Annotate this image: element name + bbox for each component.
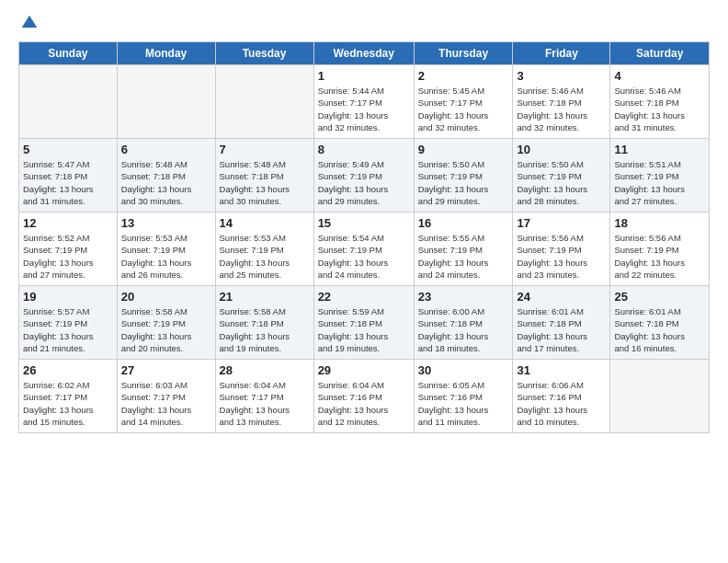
calendar-cell: 3Sunrise: 5:46 AM Sunset: 7:18 PM Daylig… — [513, 65, 610, 139]
day-number: 11 — [614, 143, 705, 156]
calendar: Sunday Monday Tuesday Wednesday Thursday… — [18, 41, 710, 433]
col-saturday: Saturday — [610, 42, 710, 65]
day-number: 14 — [220, 216, 310, 230]
calendar-week-2: 5Sunrise: 5:47 AM Sunset: 7:18 PM Daylig… — [19, 139, 710, 213]
calendar-cell — [610, 360, 710, 433]
calendar-cell: 26Sunrise: 6:02 AM Sunset: 7:17 PM Dayli… — [19, 360, 118, 433]
day-info: Sunrise: 5:56 AM Sunset: 7:19 PM Dayligh… — [614, 232, 705, 281]
day-number: 28 — [220, 363, 310, 377]
day-info: Sunrise: 5:58 AM Sunset: 7:18 PM Dayligh… — [220, 305, 310, 354]
day-info: Sunrise: 5:46 AM Sunset: 7:18 PM Dayligh… — [614, 85, 705, 133]
day-info: Sunrise: 5:56 AM Sunset: 7:19 PM Dayligh… — [517, 232, 606, 281]
day-info: Sunrise: 6:05 AM Sunset: 7:16 PM Dayligh… — [418, 379, 509, 428]
header — [18, 14, 710, 32]
calendar-cell: 27Sunrise: 6:03 AM Sunset: 7:17 PM Dayli… — [117, 360, 215, 433]
day-info: Sunrise: 6:06 AM Sunset: 7:16 PM Dayligh… — [517, 379, 606, 428]
day-number: 6 — [121, 143, 211, 156]
day-info: Sunrise: 6:02 AM Sunset: 7:17 PM Dayligh… — [23, 379, 113, 428]
col-thursday: Thursday — [414, 42, 513, 65]
day-info: Sunrise: 5:55 AM Sunset: 7:19 PM Dayligh… — [418, 232, 509, 281]
day-number: 26 — [23, 363, 113, 377]
day-number: 12 — [23, 216, 113, 230]
day-number: 30 — [418, 363, 509, 377]
calendar-cell: 21Sunrise: 5:58 AM Sunset: 7:18 PM Dayli… — [215, 286, 313, 360]
day-number: 31 — [517, 363, 606, 377]
calendar-header-row: Sunday Monday Tuesday Wednesday Thursday… — [19, 42, 710, 65]
calendar-cell: 19Sunrise: 5:57 AM Sunset: 7:19 PM Dayli… — [19, 286, 118, 360]
day-number: 17 — [517, 216, 606, 230]
col-sunday: Sunday — [19, 42, 118, 65]
col-friday: Friday — [513, 42, 610, 65]
day-info: Sunrise: 5:58 AM Sunset: 7:19 PM Dayligh… — [121, 305, 211, 354]
day-number: 29 — [318, 363, 410, 377]
day-info: Sunrise: 5:50 AM Sunset: 7:19 PM Dayligh… — [517, 158, 606, 207]
calendar-week-4: 19Sunrise: 5:57 AM Sunset: 7:19 PM Dayli… — [19, 286, 710, 360]
calendar-cell: 29Sunrise: 6:04 AM Sunset: 7:16 PM Dayli… — [313, 360, 414, 433]
day-info: Sunrise: 6:00 AM Sunset: 7:18 PM Dayligh… — [418, 305, 509, 354]
day-number: 18 — [614, 216, 705, 230]
day-number: 25 — [614, 290, 705, 304]
calendar-cell: 22Sunrise: 5:59 AM Sunset: 7:18 PM Dayli… — [313, 286, 414, 360]
day-number: 21 — [220, 290, 310, 304]
day-number: 7 — [220, 143, 310, 156]
calendar-week-5: 26Sunrise: 6:02 AM Sunset: 7:17 PM Dayli… — [19, 360, 710, 433]
col-wednesday: Wednesday — [313, 42, 414, 65]
day-number: 3 — [517, 69, 606, 83]
calendar-cell: 30Sunrise: 6:05 AM Sunset: 7:16 PM Dayli… — [414, 360, 513, 433]
calendar-cell: 1Sunrise: 5:44 AM Sunset: 7:17 PM Daylig… — [313, 65, 414, 139]
day-number: 4 — [614, 69, 705, 83]
day-number: 2 — [418, 69, 509, 83]
day-info: Sunrise: 5:52 AM Sunset: 7:19 PM Dayligh… — [23, 232, 113, 281]
calendar-week-1: 1Sunrise: 5:44 AM Sunset: 7:17 PM Daylig… — [19, 65, 710, 139]
day-number: 27 — [121, 363, 211, 377]
calendar-cell: 25Sunrise: 6:01 AM Sunset: 7:18 PM Dayli… — [610, 286, 710, 360]
calendar-cell — [117, 65, 215, 139]
calendar-cell: 15Sunrise: 5:54 AM Sunset: 7:19 PM Dayli… — [313, 213, 414, 286]
calendar-cell: 10Sunrise: 5:50 AM Sunset: 7:19 PM Dayli… — [513, 139, 610, 213]
calendar-cell: 20Sunrise: 5:58 AM Sunset: 7:19 PM Dayli… — [117, 286, 215, 360]
calendar-cell: 12Sunrise: 5:52 AM Sunset: 7:19 PM Dayli… — [19, 213, 118, 286]
page: Sunday Monday Tuesday Wednesday Thursday… — [0, 0, 728, 563]
svg-marker-0 — [22, 16, 38, 28]
day-number: 23 — [418, 290, 509, 304]
calendar-cell: 7Sunrise: 5:48 AM Sunset: 7:18 PM Daylig… — [215, 139, 313, 213]
calendar-cell: 13Sunrise: 5:53 AM Sunset: 7:19 PM Dayli… — [117, 213, 215, 286]
calendar-cell — [215, 65, 313, 139]
calendar-cell: 16Sunrise: 5:55 AM Sunset: 7:19 PM Dayli… — [414, 213, 513, 286]
calendar-cell — [19, 65, 118, 139]
calendar-cell: 9Sunrise: 5:50 AM Sunset: 7:19 PM Daylig… — [414, 139, 513, 213]
calendar-cell: 31Sunrise: 6:06 AM Sunset: 7:16 PM Dayli… — [513, 360, 610, 433]
calendar-cell: 23Sunrise: 6:00 AM Sunset: 7:18 PM Dayli… — [414, 286, 513, 360]
day-number: 15 — [318, 216, 410, 230]
day-info: Sunrise: 5:57 AM Sunset: 7:19 PM Dayligh… — [23, 305, 113, 354]
col-monday: Monday — [117, 42, 215, 65]
day-info: Sunrise: 5:47 AM Sunset: 7:18 PM Dayligh… — [23, 158, 113, 207]
calendar-cell: 2Sunrise: 5:45 AM Sunset: 7:17 PM Daylig… — [414, 65, 513, 139]
day-number: 1 — [318, 69, 410, 83]
logo-icon — [20, 14, 39, 32]
day-number: 5 — [23, 143, 113, 156]
day-info: Sunrise: 6:03 AM Sunset: 7:17 PM Dayligh… — [121, 379, 211, 428]
day-number: 10 — [517, 143, 606, 156]
calendar-cell: 11Sunrise: 5:51 AM Sunset: 7:19 PM Dayli… — [610, 139, 710, 213]
calendar-cell: 17Sunrise: 5:56 AM Sunset: 7:19 PM Dayli… — [513, 213, 610, 286]
calendar-cell: 24Sunrise: 6:01 AM Sunset: 7:18 PM Dayli… — [513, 286, 610, 360]
calendar-cell: 18Sunrise: 5:56 AM Sunset: 7:19 PM Dayli… — [610, 213, 710, 286]
col-tuesday: Tuesday — [215, 42, 313, 65]
day-number: 20 — [121, 290, 211, 304]
calendar-cell: 14Sunrise: 5:53 AM Sunset: 7:19 PM Dayli… — [215, 213, 313, 286]
day-info: Sunrise: 5:46 AM Sunset: 7:18 PM Dayligh… — [517, 85, 606, 133]
day-info: Sunrise: 5:59 AM Sunset: 7:18 PM Dayligh… — [318, 305, 410, 354]
day-info: Sunrise: 5:44 AM Sunset: 7:17 PM Dayligh… — [318, 85, 410, 133]
day-number: 24 — [517, 290, 606, 304]
day-info: Sunrise: 5:53 AM Sunset: 7:19 PM Dayligh… — [121, 232, 211, 281]
day-info: Sunrise: 5:53 AM Sunset: 7:19 PM Dayligh… — [220, 232, 310, 281]
calendar-week-3: 12Sunrise: 5:52 AM Sunset: 7:19 PM Dayli… — [19, 213, 710, 286]
day-number: 8 — [318, 143, 410, 156]
day-info: Sunrise: 6:04 AM Sunset: 7:16 PM Dayligh… — [318, 379, 410, 428]
day-number: 16 — [418, 216, 509, 230]
day-info: Sunrise: 5:48 AM Sunset: 7:18 PM Dayligh… — [220, 158, 310, 207]
logo — [18, 14, 39, 32]
day-info: Sunrise: 5:54 AM Sunset: 7:19 PM Dayligh… — [318, 232, 410, 281]
day-info: Sunrise: 5:50 AM Sunset: 7:19 PM Dayligh… — [418, 158, 509, 207]
